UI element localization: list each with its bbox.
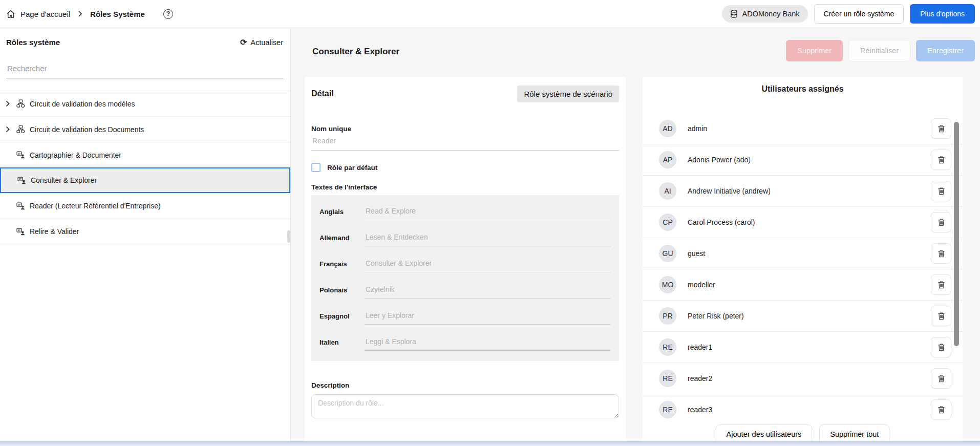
trash-icon xyxy=(938,281,945,289)
lang-input-italian[interactable] xyxy=(365,334,611,351)
remove-user-button[interactable] xyxy=(931,274,951,295)
user-name: Carol Process (carol) xyxy=(688,218,755,226)
home-icon[interactable] xyxy=(6,10,15,18)
role-icon xyxy=(17,176,26,185)
lang-input-german[interactable] xyxy=(365,230,611,246)
detail-title: Détail xyxy=(311,89,334,98)
lang-label: Français xyxy=(319,260,365,268)
tree-item-circuit-modeles[interactable]: Circuit de validation des modèles xyxy=(0,91,290,116)
reset-button[interactable]: Réinitialiser xyxy=(848,40,910,61)
avatar: AD xyxy=(659,120,676,137)
remove-user-button[interactable] xyxy=(931,306,951,326)
save-button[interactable]: Enregistrer xyxy=(916,40,975,61)
more-options-button[interactable]: Plus d'options xyxy=(910,4,975,24)
user-name: modeller xyxy=(688,281,715,289)
user-row: GU guest xyxy=(643,238,963,269)
user-row: RE reader2 xyxy=(643,363,963,394)
user-name: Peter Risk (peter) xyxy=(688,312,744,320)
tree-item-consulter-explorer[interactable]: Consulter & Explorer xyxy=(0,167,290,193)
interface-texts-panel: Anglais Allemand Français Polonais Espag… xyxy=(311,195,619,361)
workflow-group-icon xyxy=(16,99,25,108)
repository-button[interactable]: ADOMoney Bank xyxy=(722,5,808,23)
user-row: AP Adonis Power (ado) xyxy=(643,144,963,175)
scenario-role-badge[interactable]: Rôle système de scénario xyxy=(517,86,619,102)
tree-item-relire-valider[interactable]: Relire & Valider xyxy=(0,219,290,244)
lang-label: Allemand xyxy=(319,234,365,242)
roles-tree: Circuit de validation des modèles Circui… xyxy=(0,91,290,244)
user-row: MO modeller xyxy=(643,269,963,300)
avatar: CP xyxy=(659,214,676,231)
remove-user-button[interactable] xyxy=(931,368,951,389)
help-icon[interactable]: ? xyxy=(163,9,173,19)
breadcrumb-home[interactable]: Page d'accueil xyxy=(20,10,70,18)
user-row: AD admin xyxy=(643,113,963,144)
remove-user-button[interactable] xyxy=(931,337,951,357)
chevron-right-icon xyxy=(77,11,83,17)
remove-user-button[interactable] xyxy=(931,212,951,232)
remove-user-button[interactable] xyxy=(931,399,951,420)
detail-panel: Détail Rôle système de scénario Nom uniq… xyxy=(305,77,626,446)
assigned-users-title: Utilisateurs assignés xyxy=(643,84,963,94)
refresh-button[interactable]: ⟳ Actualiser xyxy=(240,38,283,47)
delete-role-button[interactable]: Supprimer xyxy=(786,40,843,61)
lang-input-polish[interactable] xyxy=(365,282,611,299)
create-role-button[interactable]: Créer un rôle système xyxy=(814,4,904,24)
default-role-checkbox[interactable] xyxy=(311,163,321,172)
tree-item-circuit-documents[interactable]: Circuit de validation des Documents xyxy=(0,116,290,142)
user-name: reader2 xyxy=(688,374,712,383)
tree-item-label: Relire & Valider xyxy=(30,227,79,236)
horizontal-scrollbar[interactable] xyxy=(0,441,980,446)
role-icon xyxy=(16,227,25,236)
trash-icon xyxy=(938,124,945,133)
search-input[interactable] xyxy=(6,61,283,78)
detail-header: Détail Rôle système de scénario xyxy=(311,84,619,103)
role-icon xyxy=(16,202,25,210)
remove-user-button[interactable] xyxy=(931,118,951,139)
lang-row-english: Anglais xyxy=(319,199,611,225)
user-row: RE reader1 xyxy=(643,331,963,363)
lang-input-spanish[interactable] xyxy=(365,308,611,325)
tree-item-reader[interactable]: Reader (Lecteur Référentiel d'Entreprise… xyxy=(0,193,290,219)
interface-texts-label: Textes de l'interface xyxy=(311,183,619,191)
unique-name-input[interactable] xyxy=(311,133,619,151)
role-actions: Supprimer Réinitialiser Enregistrer xyxy=(786,40,975,61)
expand-chevron-icon[interactable] xyxy=(5,100,12,107)
lang-input-english[interactable] xyxy=(365,204,611,220)
default-role-label: Rôle par défaut xyxy=(327,164,377,172)
tree-item-cartographier[interactable]: Cartographier & Documenter xyxy=(0,142,290,167)
remove-user-button[interactable] xyxy=(931,243,951,264)
app-root: Page d'accueil Rôles Système ? ADOMoney … xyxy=(0,0,980,446)
breadcrumb-current: Rôles Système xyxy=(90,10,145,18)
lang-row-french: Français xyxy=(319,251,611,277)
description-textarea[interactable] xyxy=(311,394,619,418)
avatar: RE xyxy=(659,401,676,418)
lang-label: Polonais xyxy=(319,286,365,294)
refresh-icon: ⟳ xyxy=(240,38,247,47)
user-name: reader3 xyxy=(688,406,712,414)
page-title: Consulter & Explorer xyxy=(312,47,399,57)
user-name: admin xyxy=(688,124,707,133)
workflow-group-icon xyxy=(16,125,25,134)
breadcrumb: Page d'accueil Rôles Système ? xyxy=(6,9,173,19)
lang-label: Italien xyxy=(319,338,365,346)
repository-label: ADOMoney Bank xyxy=(742,10,800,18)
user-row: RE reader3 xyxy=(643,394,963,425)
role-icon xyxy=(16,151,25,159)
assigned-users-panel: Utilisateurs assignés AD admin AP Adonis… xyxy=(643,77,963,446)
sidebar-scrollbar-thumb[interactable] xyxy=(287,230,290,243)
avatar: AP xyxy=(659,151,676,168)
users-scrollbar-thumb[interactable] xyxy=(954,122,959,346)
avatar: GU xyxy=(659,245,676,262)
trash-icon xyxy=(938,406,945,414)
top-bar: Page d'accueil Rôles Système ? ADOMoney … xyxy=(0,0,980,28)
trash-icon xyxy=(938,187,945,195)
remove-user-button[interactable] xyxy=(931,150,951,170)
expand-chevron-icon[interactable] xyxy=(5,126,12,133)
remove-user-button[interactable] xyxy=(931,181,951,201)
search-field-wrap xyxy=(6,61,283,78)
tree-item-label: Consulter & Explorer xyxy=(31,176,97,184)
topbar-actions: ADOMoney Bank Créer un rôle système Plus… xyxy=(722,4,975,24)
lang-input-french[interactable] xyxy=(365,256,611,272)
user-row: CP Carol Process (carol) xyxy=(643,206,963,238)
assigned-users-list: AD admin AP Adonis Power (ado) AI Andrew… xyxy=(643,113,963,425)
